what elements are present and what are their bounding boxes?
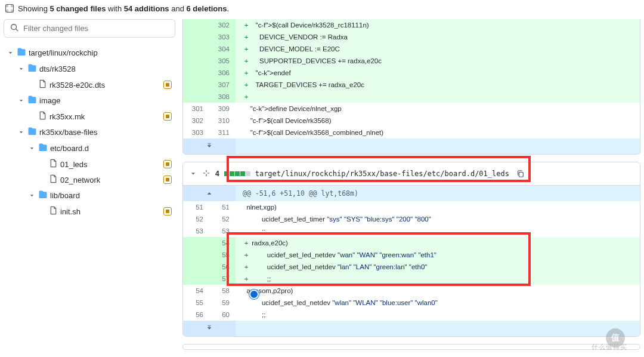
expand-hunk-down[interactable] <box>183 321 640 336</box>
chevron-down-icon <box>27 192 36 200</box>
line-number-new[interactable]: 60 <box>209 309 236 321</box>
filter-input[interactable] <box>23 24 169 33</box>
code-content: + <box>236 91 640 103</box>
line-number-old[interactable] <box>183 55 209 67</box>
code-line[interactable]: 303+ DEVICE_VENDOR := Radxa <box>183 31 640 43</box>
code-line[interactable]: 56+ ucidef_set_led_netdev "lan" "LAN" "g… <box>183 261 640 273</box>
line-number-new[interactable]: 309 <box>209 103 236 115</box>
diff-file-path[interactable]: target/linux/rockchip/rk35xx/base-files/… <box>255 170 509 178</box>
line-number-old[interactable] <box>183 249 209 261</box>
svg-line-2 <box>16 29 18 32</box>
line-number-old[interactable] <box>183 79 209 91</box>
folder-icon <box>27 95 37 106</box>
expand-hunk-up[interactable]: @@ -51,6 +51,10 @@ lyt,t68m) <box>183 186 640 201</box>
modified-badge-icon <box>163 81 172 89</box>
line-number-new[interactable]: 303 <box>209 31 236 43</box>
line-number-new[interactable]: 306 <box>209 67 236 79</box>
code-line[interactable]: 57+ ;; <box>183 273 640 285</box>
tree-item-label: init.sh <box>60 207 80 216</box>
line-number-new[interactable]: 307 <box>209 79 236 91</box>
line-number-old[interactable] <box>183 273 209 285</box>
line-number-old[interactable] <box>183 91 209 103</box>
chevron-down-icon[interactable] <box>189 170 197 178</box>
tree-item-label: rk35xx.mk <box>49 112 85 121</box>
line-number-new[interactable]: 308 <box>209 91 236 103</box>
line-number-new[interactable]: 57 <box>209 273 236 285</box>
line-number-old[interactable] <box>183 43 209 55</box>
filter-box[interactable] <box>4 19 175 38</box>
code-content: "c-f">$(call Device/rk3568_combined_nlne… <box>236 127 640 139</box>
line-number-new[interactable]: 311 <box>209 127 236 139</box>
line-number-new[interactable]: 55 <box>209 249 236 261</box>
line-number-new[interactable]: 54 <box>209 237 236 249</box>
line-number-old[interactable]: 52 <box>183 213 209 225</box>
line-number-new[interactable]: 302 <box>209 19 236 31</box>
expand-hunk-down[interactable] <box>183 139 640 154</box>
code-line[interactable]: 305+ SUPPORTED_DEVICES += radxa,e20c <box>183 55 640 67</box>
line-number-old[interactable] <box>183 67 209 79</box>
tree-folder[interactable]: target/linux/rockchip <box>4 45 175 61</box>
copy-path-button[interactable] <box>514 167 527 180</box>
line-number-old[interactable] <box>183 237 209 249</box>
tree-folder[interactable]: etc/board.d <box>4 140 175 156</box>
line-number-old[interactable]: 302 <box>183 115 209 127</box>
chevron-down-icon <box>17 97 25 105</box>
diff-file: 4 target/linux/rockchip/rk35xx/base-file… <box>182 162 640 337</box>
line-number-old[interactable]: 303 <box>183 127 209 139</box>
tree-folder[interactable]: lib/board <box>4 187 175 204</box>
code-line[interactable]: 302+ "c-f">$(call Device/rk3528_rc18111n… <box>183 19 640 31</box>
code-line[interactable]: 307+ TARGET_DEVICES += radxa_e20c <box>183 79 640 91</box>
diff-stat-squares <box>224 171 250 176</box>
line-number-old[interactable]: 56 <box>183 309 209 321</box>
line-number-old[interactable]: 55 <box>183 297 209 309</box>
line-number-old[interactable]: 301 <box>183 103 209 115</box>
line-number-old[interactable]: 53 <box>183 225 209 237</box>
code-line[interactable]: 5252 ucidef_set_led_timer "sys" "SYS" "b… <box>183 213 640 225</box>
code-line[interactable]: 306+ "c-k">endef <box>183 67 640 79</box>
code-line[interactable]: 5151 nlnet,xgp) <box>183 201 640 213</box>
code-line[interactable]: 303311 "c-f">$(call Device/rk3568_combin… <box>183 127 640 139</box>
line-number-new[interactable]: 56 <box>209 261 236 273</box>
line-number-old[interactable] <box>183 261 209 273</box>
tree-folder[interactable]: image <box>4 93 175 109</box>
code-line[interactable]: 55+ ucidef_set_led_netdev "wan" "WAN" "g… <box>183 249 640 261</box>
tree-folder[interactable]: rk35xx/base-files <box>4 124 175 140</box>
line-number-old[interactable]: 54 <box>183 285 209 297</box>
add-comment-bubble[interactable] <box>249 290 259 299</box>
line-number-old[interactable] <box>183 31 209 43</box>
code-line[interactable]: 304+ DEVICE_MODEL := E20C <box>183 43 640 55</box>
tree-file[interactable]: rk3528-e20c.dts <box>4 77 175 93</box>
tree-folder[interactable]: dts/rk3528 <box>4 61 175 77</box>
line-number-new[interactable]: 59 <box>209 297 236 309</box>
tree-file[interactable]: rk35xx.mk <box>4 109 175 124</box>
code-line[interactable]: 302310 "c-f">$(call Device/rk3568) <box>183 115 640 127</box>
line-number-new[interactable]: 58 <box>209 285 236 297</box>
tree-item-label: etc/board.d <box>50 144 89 153</box>
tree-file[interactable]: init.sh <box>4 204 175 219</box>
line-number-new[interactable]: 310 <box>209 115 236 127</box>
line-number-new[interactable]: 51 <box>209 201 236 213</box>
file-icon <box>49 159 58 170</box>
code-line[interactable]: 5660 ;; <box>183 309 640 321</box>
file-tree-sidebar: target/linux/rockchipdts/rk3528rk3528-e2… <box>4 19 175 357</box>
line-number-old[interactable]: 51 <box>183 201 209 213</box>
line-number-new[interactable]: 304 <box>209 43 236 55</box>
line-number-old[interactable] <box>183 19 209 31</box>
tree-file[interactable]: 02_network <box>4 172 175 187</box>
modified-badge-icon <box>163 112 172 121</box>
line-number-new[interactable]: 53 <box>209 225 236 237</box>
diff-main: 302+ "c-f">$(call Device/rk3528_rc18111n… <box>182 19 640 357</box>
code-line[interactable]: 308+ <box>183 91 640 103</box>
code-line[interactable]: 301309 "c-k">define Device/nlnet_xgp <box>183 103 640 115</box>
expand-all-icon[interactable] <box>202 169 210 179</box>
diff-file-header: 4 target/linux/rockchip/rk35xx/base-file… <box>183 162 640 186</box>
line-number-new[interactable]: 52 <box>209 213 236 225</box>
tree-item-label: 02_network <box>60 176 100 184</box>
code-line[interactable]: 54+ radxa,e20c) <box>183 237 640 249</box>
code-line[interactable]: 5353 ;; <box>183 225 640 237</box>
tree-file[interactable]: 01_leds <box>4 156 175 172</box>
svg-rect-3 <box>519 172 523 177</box>
file-icon <box>38 111 47 122</box>
line-number-new[interactable]: 305 <box>209 55 236 67</box>
diff-body: 302+ "c-f">$(call Device/rk3528_rc18111n… <box>183 19 640 139</box>
